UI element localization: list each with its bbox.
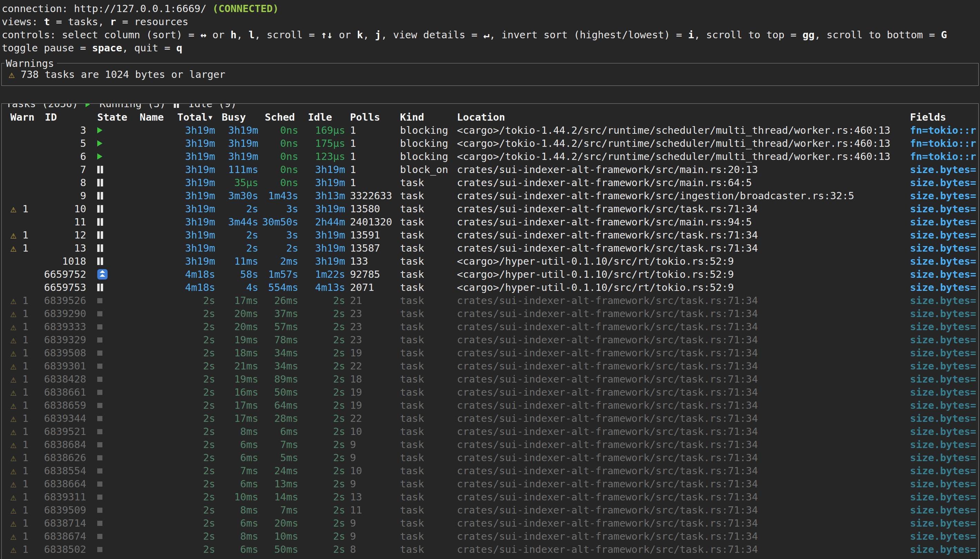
task-row[interactable]: ⚠ 168393292s19ms78ms2s23taskcrates/sui-i… <box>2 333 978 346</box>
tasks-panel: Tasks (2056) Running (3) Idle (9) WarnID… <box>2 103 978 559</box>
column-header-total[interactable]: Total▾ <box>164 111 215 124</box>
text-segment: l <box>248 29 255 41</box>
cell-sched: 20ms <box>258 517 298 530</box>
text-segment: , scroll to bottom = <box>814 29 941 41</box>
task-row[interactable]: ⚠ 168386642s6ms13ms2s9taskcrates/sui-ind… <box>2 477 978 490</box>
cell-state <box>86 307 128 320</box>
task-row[interactable]: 66597524m18s58s1m57s1m22s92785task<cargo… <box>2 268 978 281</box>
cell-name <box>128 333 164 346</box>
cell-id: 6838664 <box>40 477 86 490</box>
controls-line-2: toggle pause = space, quit = q <box>2 41 980 55</box>
task-row[interactable]: ⚠ 168395092s8ms7ms2s11taskcrates/sui-ind… <box>2 503 978 517</box>
cell-warn <box>2 189 40 202</box>
cell-fields: size.bytes= <box>910 202 978 215</box>
column-header-sched[interactable]: Sched <box>258 111 298 124</box>
pause-icon <box>97 218 103 226</box>
cell-sched: 13ms <box>258 477 298 490</box>
cell-total: 3h19m <box>164 124 215 137</box>
cell-sched: 0ns <box>258 163 298 176</box>
pause-icon <box>97 258 103 265</box>
cell-id: 6838684 <box>40 438 86 451</box>
cell-busy: 3h19m <box>215 150 258 163</box>
column-header-warn[interactable]: Warn <box>2 111 40 124</box>
text-segment: gg <box>803 29 814 41</box>
cell-busy: 19ms <box>215 372 258 385</box>
task-row[interactable]: 63h19m3h19m0ns123µs1blocking<cargo>/toki… <box>2 150 978 163</box>
task-row[interactable]: ⚠ 168395082s18ms34ms2s19taskcrates/sui-i… <box>2 346 978 359</box>
column-header-state[interactable]: State <box>86 111 128 124</box>
task-row[interactable]: 10183h19m11ms2ms3h19m133task<cargo>/hype… <box>2 255 978 268</box>
cell-state <box>86 412 128 425</box>
cell-location: crates/sui-indexer-alt-framework/src/tas… <box>452 228 910 241</box>
cell-polls: 2071 <box>345 281 395 294</box>
task-row[interactable]: ⚠ 168386742s8ms10ms2s9taskcrates/sui-ind… <box>2 530 978 543</box>
task-row[interactable]: 33h19m3h19m0ns169µs1blocking<cargo>/toki… <box>2 124 978 137</box>
cell-fields: size.bytes= <box>910 163 978 176</box>
task-row[interactable]: ⚠ 168393112s10ms14ms2s13taskcrates/sui-i… <box>2 490 978 503</box>
warning-icon: ⚠ <box>10 321 16 332</box>
task-row[interactable]: ⚠ 168395262s17ms26ms2s21taskcrates/sui-i… <box>2 294 978 307</box>
cell-idle: 2s <box>298 307 345 320</box>
cell-polls: 9 <box>345 517 395 530</box>
task-row[interactable]: ⚠ 168386842s6ms7ms2s9taskcrates/sui-inde… <box>2 438 978 451</box>
cell-location: <cargo>/tokio-1.44.2/src/runtime/schedul… <box>452 137 910 150</box>
pause-icon <box>97 192 103 200</box>
task-row[interactable]: ⚠ 1103h19m2s3s3h19m13580taskcrates/sui-i… <box>2 202 978 215</box>
text-segment: controls: select column (sort) = <box>2 29 200 41</box>
task-row[interactable]: 53h19m3h19m0ns175µs1blocking<cargo>/toki… <box>2 137 978 150</box>
tasks-panel-title: Tasks (2056) Running (3) Idle (9) <box>5 103 239 110</box>
connection-line: connection: http://127.0.0.1:6669/ (CONN… <box>2 2 980 15</box>
cell-sched: 10ms <box>258 530 298 543</box>
cell-warn: ⚠ 1 <box>2 346 40 359</box>
task-row[interactable]: ⚠ 168393012s21ms34ms2s22taskcrates/sui-i… <box>2 359 978 372</box>
column-header-busy[interactable]: Busy <box>215 111 258 124</box>
column-header-location[interactable]: Location <box>452 111 910 124</box>
cell-id: 9 <box>40 189 86 202</box>
task-row[interactable]: 73h19m111ms0ns3h19m1block_oncrates/sui-i… <box>2 163 978 176</box>
cell-warn: ⚠ 1 <box>2 412 40 425</box>
task-row[interactable]: 66597534m18s4s554ms4m13s2071task<cargo>/… <box>2 281 978 294</box>
text-segment: , invert sort (highest/lowest) = <box>489 29 688 41</box>
cell-name <box>128 346 164 359</box>
task-row[interactable]: ⚠ 168385022s6ms50ms2s8taskcrates/sui-ind… <box>2 543 978 556</box>
cell-name <box>128 202 164 215</box>
task-row[interactable]: ⚠ 168386612s16ms50ms2s19taskcrates/sui-i… <box>2 385 978 399</box>
task-row[interactable]: ⚠ 168386262s6ms5ms2s9taskcrates/sui-inde… <box>2 451 978 464</box>
task-row[interactable]: ⚠ 168387142s6ms20ms2s9taskcrates/sui-ind… <box>2 517 978 530</box>
cell-idle: 175µs <box>298 137 345 150</box>
task-row[interactable]: 83h19m35µs0ns3h19m1taskcrates/sui-indexe… <box>2 176 978 189</box>
cell-sched: 1m57s <box>258 268 298 281</box>
task-row[interactable]: ⚠ 168395212s8ms6ms2s10taskcrates/sui-ind… <box>2 425 978 438</box>
cell-id: 13 <box>40 241 86 255</box>
cell-state <box>86 150 128 163</box>
column-header-idle[interactable]: Idle <box>298 111 345 124</box>
cell-total: 2s <box>164 477 215 490</box>
cell-id: 6838626 <box>40 451 86 464</box>
task-row[interactable]: 113h19m3m44s30m50s2h44m2401320taskcrates… <box>2 215 978 228</box>
cell-location: crates/sui-indexer-alt-framework/src/tas… <box>452 346 910 359</box>
task-row[interactable]: ⚠ 168393442s17ms28ms2s22taskcrates/sui-i… <box>2 412 978 425</box>
cell-polls: 11 <box>345 503 395 517</box>
cell-kind: task <box>395 490 452 503</box>
cell-idle: 3h19m <box>298 202 345 215</box>
cell-idle: 2s <box>298 294 345 307</box>
task-row[interactable]: ⚠ 168393332s20ms57ms2s23taskcrates/sui-i… <box>2 320 978 333</box>
column-header-kind[interactable]: Kind <box>395 111 452 124</box>
stop-icon <box>97 416 103 421</box>
task-row[interactable]: ⚠ 1133h19m2s2s3h19m13587taskcrates/sui-i… <box>2 241 978 255</box>
task-row[interactable]: ⚠ 168385542s7ms24ms2s10taskcrates/sui-in… <box>2 464 978 477</box>
task-row[interactable]: ⚠ 168386592s17ms64ms2s19taskcrates/sui-i… <box>2 399 978 412</box>
sort-indicator: ▾ <box>207 111 213 123</box>
column-header-name[interactable]: Name <box>128 111 164 124</box>
task-row[interactable]: ⚠ 1123h19m2s3s3h19m13591taskcrates/sui-i… <box>2 228 978 241</box>
cell-state <box>86 490 128 503</box>
task-row[interactable]: 93h19m3m30s1m43s3h13m3322633taskcrates/s… <box>2 189 978 202</box>
column-header-polls[interactable]: Polls <box>345 111 395 124</box>
warning-icon: ⚠ <box>10 360 16 372</box>
column-header-fields[interactable]: Fields <box>910 111 978 124</box>
cell-polls: 13580 <box>345 202 395 215</box>
task-row[interactable]: ⚠ 168384282s19ms89ms2s18taskcrates/sui-i… <box>2 372 978 385</box>
column-header-id[interactable]: ID <box>40 111 86 124</box>
task-row[interactable]: ⚠ 168392902s20ms37ms2s23taskcrates/sui-i… <box>2 307 978 320</box>
cell-busy: 4s <box>215 281 258 294</box>
